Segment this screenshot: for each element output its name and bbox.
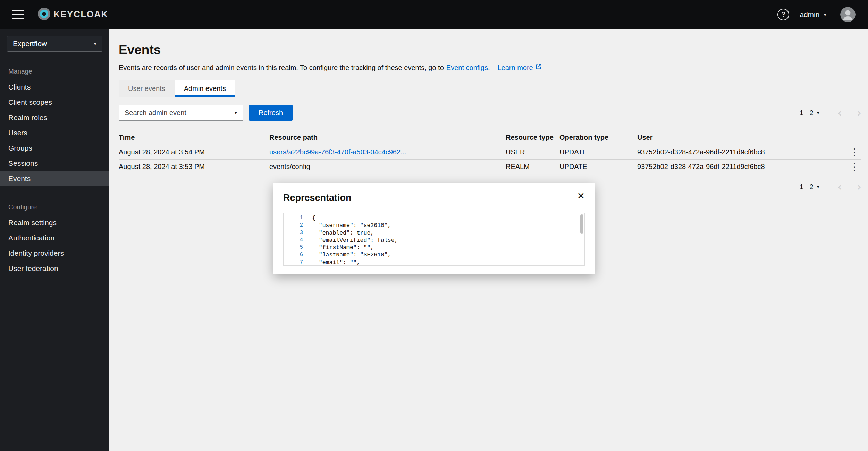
tab-bar: User events Admin events <box>119 80 861 97</box>
cell-user: 93752b02-d328-472a-96df-2211d9cf6bc8 <box>637 163 835 171</box>
close-icon[interactable]: ✕ <box>577 192 585 201</box>
column-operation-type: Operation type <box>559 134 637 142</box>
description-text: Events are records of user and admin eve… <box>119 64 444 72</box>
caret-down-icon: ▾ <box>234 110 237 116</box>
pagination-range: 1 - 2 <box>800 183 814 191</box>
sidebar-item-identity-providers[interactable]: Identity providers <box>0 246 109 261</box>
sidebar-item-authentication[interactable]: Authentication <box>0 230 109 246</box>
sidebar-item-client-scopes[interactable]: Client scopes <box>0 95 109 110</box>
user-menu[interactable]: admin ▾ <box>800 10 826 19</box>
cell-resource-path: events/config <box>269 163 506 171</box>
code-content: { "username": "se2610", "enabled": true,… <box>303 214 398 266</box>
brand-text: KEYCLOAK <box>53 9 108 20</box>
editor-scrollbar[interactable] <box>580 214 583 264</box>
sidebar-item-sessions[interactable]: Sessions <box>0 156 109 171</box>
event-configs-link[interactable]: Event configs. <box>446 64 490 72</box>
chevron-left-icon[interactable]: ‹ <box>837 109 842 116</box>
keycloak-logo-icon <box>37 7 51 23</box>
caret-down-icon[interactable]: ▾ <box>817 110 819 116</box>
page-description: Events are records of user and admin eve… <box>119 63 861 72</box>
editor-scrollbar-thumb[interactable] <box>580 214 583 234</box>
pagination-range: 1 - 2 <box>800 109 814 117</box>
column-user: User <box>637 134 835 142</box>
pagination-top: 1 - 2 ▾ ‹ › <box>800 105 861 121</box>
user-menu-label: admin <box>800 10 819 19</box>
top-bar: KEYCLOAK ? admin ▾ <box>0 0 868 29</box>
sidebar-item-events[interactable]: Events <box>0 171 109 186</box>
table-row: August 28, 2024 at 3:53 PM events/config… <box>119 160 861 174</box>
cell-operation-type: UPDATE <box>559 148 637 156</box>
column-resource-path: Resource path <box>269 134 506 142</box>
learn-more-label: Learn more <box>497 64 533 72</box>
toolbar: Search admin event ▾ Refresh 1 - 2 ▾ ‹ › <box>119 105 861 121</box>
refresh-button[interactable]: Refresh <box>249 105 293 121</box>
kebab-menu-icon[interactable]: ⋮ <box>848 146 861 158</box>
sidebar-item-clients[interactable]: Clients <box>0 79 109 95</box>
page-title: Events <box>119 43 861 57</box>
tab-admin-events[interactable]: Admin events <box>175 80 235 97</box>
cell-resource-type: USER <box>506 148 559 156</box>
avatar-icon[interactable] <box>840 7 856 22</box>
cell-resource-type: REALM <box>506 163 559 171</box>
section-title-manage: Manage <box>0 59 109 79</box>
resource-path-link[interactable]: users/a22bc99a-76f3-470f-a503-04c4c962..… <box>269 148 406 156</box>
sidebar-item-realm-roles[interactable]: Realm roles <box>0 110 109 125</box>
sidebar: Expertflow ▾ Manage Clients Client scope… <box>0 29 109 451</box>
section-title-configure: Configure <box>0 194 109 215</box>
sidebar-item-users[interactable]: Users <box>0 125 109 141</box>
caret-down-icon: ▾ <box>824 11 826 18</box>
sidebar-section-manage: Manage Clients Client scopes Realm roles… <box>0 59 109 186</box>
sidebar-item-realm-settings[interactable]: Realm settings <box>0 215 109 230</box>
caret-down-icon[interactable]: ▾ <box>817 184 819 189</box>
cell-time: August 28, 2024 at 3:54 PM <box>119 148 269 156</box>
search-admin-event-select[interactable]: Search admin event ▾ <box>119 105 243 121</box>
line-number-gutter: 1 2 3 4 5 6 7 <box>284 214 303 266</box>
keycloak-logo: KEYCLOAK <box>37 7 108 23</box>
learn-more-link[interactable]: Learn more <box>497 63 541 72</box>
admin-events-table: Time Resource path Resource type Operati… <box>119 130 861 174</box>
representation-modal: Representation ✕ 1 2 3 4 5 6 7 { "userna… <box>273 183 595 274</box>
search-select-value: Search admin event <box>125 109 186 117</box>
menu-icon[interactable] <box>12 10 24 19</box>
chevron-right-icon[interactable]: › <box>857 183 861 190</box>
sidebar-item-groups[interactable]: Groups <box>0 141 109 156</box>
cell-operation-type: UPDATE <box>559 163 637 171</box>
table-row: August 28, 2024 at 3:54 PM users/a22bc99… <box>119 145 861 160</box>
cell-user: 93752b02-d328-472a-96df-2211d9cf6bc8 <box>637 148 835 156</box>
chevron-left-icon[interactable]: ‹ <box>837 183 842 190</box>
table-header-row: Time Resource path Resource type Operati… <box>119 130 861 145</box>
tab-user-events[interactable]: User events <box>119 80 175 97</box>
realm-selector-value: Expertflow <box>13 40 47 48</box>
column-time: Time <box>119 134 269 142</box>
column-resource-type: Resource type <box>506 134 559 142</box>
sidebar-section-configure: Configure Realm settings Authentication … <box>0 194 109 276</box>
chevron-right-icon[interactable]: › <box>857 109 861 116</box>
modal-title: Representation <box>283 193 352 203</box>
external-link-icon <box>535 63 542 72</box>
representation-code-editor[interactable]: 1 2 3 4 5 6 7 { "username": "se2610", "e… <box>283 213 585 266</box>
realm-selector[interactable]: Expertflow ▾ <box>7 36 102 52</box>
caret-down-icon: ▾ <box>94 41 96 47</box>
kebab-menu-icon[interactable]: ⋮ <box>848 161 861 172</box>
help-icon[interactable]: ? <box>777 9 789 20</box>
cell-time: August 28, 2024 at 3:53 PM <box>119 163 269 171</box>
sidebar-item-user-federation[interactable]: User federation <box>0 261 109 276</box>
